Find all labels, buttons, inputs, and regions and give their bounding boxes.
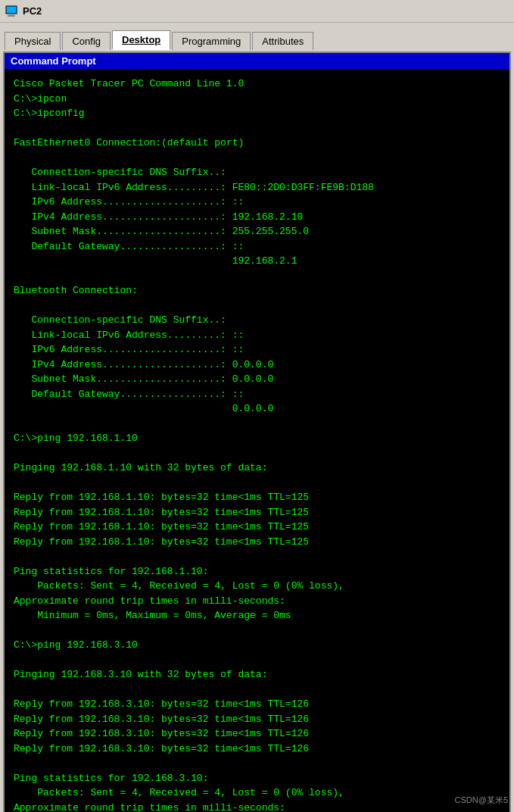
- tab-programming[interactable]: Programming: [172, 32, 251, 50]
- main-content: Command Prompt Cisco Packet Tracer PC Co…: [3, 52, 511, 812]
- title-bar: PC2: [0, 0, 514, 23]
- tabs-bar: Physical Config Desktop Programming Attr…: [0, 23, 514, 50]
- window-title: PC2: [23, 5, 42, 17]
- pc-icon: [5, 5, 18, 18]
- terminal-output[interactable]: Cisco Packet Tracer PC Command Line 1.0 …: [5, 69, 509, 812]
- svg-rect-2: [8, 15, 15, 17]
- tab-config[interactable]: Config: [62, 32, 111, 50]
- watermark: CSDN@某米5: [455, 795, 508, 806]
- tab-attributes[interactable]: Attributes: [252, 32, 313, 50]
- command-prompt-header: Command Prompt: [5, 53, 509, 69]
- tab-physical[interactable]: Physical: [5, 32, 61, 50]
- tab-desktop[interactable]: Desktop: [112, 30, 170, 50]
- svg-rect-0: [6, 6, 17, 14]
- svg-rect-1: [9, 14, 14, 15]
